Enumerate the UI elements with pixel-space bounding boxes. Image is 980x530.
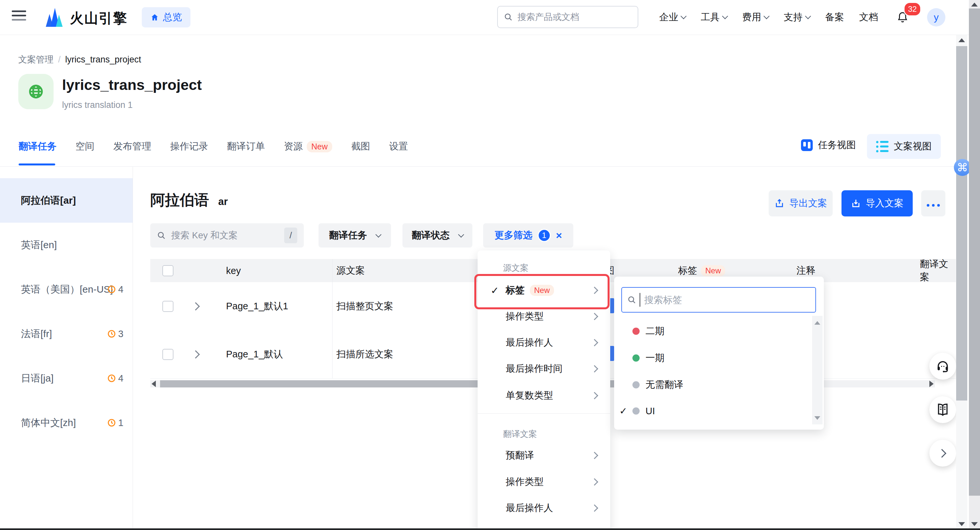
project-description: lyrics translation 1 xyxy=(62,100,133,110)
avatar[interactable]: y xyxy=(927,8,945,27)
tab-resources[interactable]: 资源New xyxy=(284,140,332,153)
more-filters-button[interactable]: 更多筛选 1 × xyxy=(483,223,573,247)
menu-item-last-operation-time[interactable]: 最后操作时间 xyxy=(477,358,610,379)
clear-filters-icon[interactable]: × xyxy=(556,230,562,242)
command-icon: ⌘ xyxy=(957,161,968,174)
home-icon xyxy=(150,13,159,22)
active-tab-underline xyxy=(19,163,55,166)
tab-screenshots[interactable]: 截图 xyxy=(351,140,370,153)
nav-docs[interactable]: 文档 xyxy=(852,11,886,24)
nav-icp[interactable]: 备案 xyxy=(818,11,852,24)
tag-option-ui[interactable]: ✓ UI xyxy=(614,399,803,422)
docs-button[interactable] xyxy=(929,396,956,423)
scrollbar-thumb[interactable] xyxy=(956,46,967,401)
expand-row-icon[interactable] xyxy=(191,350,200,358)
tab-release-management[interactable]: 发布管理 xyxy=(113,140,151,153)
sidebar-item-english[interactable]: 英语[en] xyxy=(0,223,133,267)
hamburger-menu-icon[interactable] xyxy=(12,10,26,24)
tag-color-dot xyxy=(632,354,640,362)
scroll-up-icon[interactable] xyxy=(971,3,978,6)
row-source-text: 扫描所选文案 xyxy=(336,330,393,378)
pending-count-badge: 4 xyxy=(107,373,124,384)
tag-search-box[interactable] xyxy=(621,287,816,313)
tag-color-dot xyxy=(632,327,640,335)
tab-settings[interactable]: 设置 xyxy=(389,140,408,153)
breadcrumb-parent[interactable]: 文案管理 xyxy=(18,54,54,65)
import-icon xyxy=(851,198,861,209)
scroll-down-icon[interactable] xyxy=(815,416,820,420)
volcano-engine-console: 火山引擎 总览 企业 工具 费用 支持 备案 文档 32 y 文案管理 / ly… xyxy=(0,0,980,530)
window-vertical-scrollbar[interactable] xyxy=(969,0,980,530)
product-search-box[interactable] xyxy=(497,6,638,28)
menu-item-operation-type[interactable]: 操作类型 xyxy=(477,306,610,327)
scrollbar-thumb[interactable] xyxy=(969,8,980,496)
key-search-input[interactable] xyxy=(170,230,270,241)
sidebar-item-japanese[interactable]: 日语[ja] 4 xyxy=(0,356,133,401)
header-nav: 企业 工具 费用 支持 备案 文档 xyxy=(652,0,886,35)
tag-option-phase1[interactable]: 一期 xyxy=(614,346,803,369)
task-view-button[interactable]: 任务视图 xyxy=(801,139,856,152)
filter-count-badge: 1 xyxy=(538,229,551,242)
nav-tools[interactable]: 工具 xyxy=(693,11,735,24)
chevron-right-icon xyxy=(591,339,598,346)
tag-option-phase2[interactable]: 二期 xyxy=(614,320,803,343)
nav-billing[interactable]: 费用 xyxy=(735,11,776,24)
scroll-up-icon[interactable] xyxy=(958,38,965,42)
tab-operation-log[interactable]: 操作记录 xyxy=(170,140,208,153)
copy-view-button[interactable]: 文案视图 xyxy=(867,134,941,159)
translation-status-filter[interactable]: 翻译状态 xyxy=(402,223,473,247)
translation-task-filter[interactable]: 翻译任务 xyxy=(318,223,391,247)
menu-item-operation-type-translation[interactable]: 操作类型 xyxy=(477,471,610,492)
sidebar-item-french[interactable]: 法语[fr] 3 xyxy=(0,311,133,356)
menu-item-last-operator[interactable]: 最后操作人 xyxy=(477,332,610,353)
collapse-panel-button[interactable] xyxy=(929,440,956,466)
expand-row-icon[interactable] xyxy=(191,302,200,310)
scroll-up-icon[interactable] xyxy=(815,321,820,325)
product-search-input[interactable] xyxy=(517,12,626,22)
key-search-box[interactable]: / xyxy=(150,223,304,247)
tab-translation-orders[interactable]: 翻译订单 xyxy=(227,140,265,153)
menu-item-pretranslation[interactable]: 预翻译 xyxy=(477,445,610,466)
sidebar-item-simplified-chinese[interactable]: 简体中文[zh] 1 xyxy=(0,401,133,445)
tab-spaces[interactable]: 空间 xyxy=(75,140,94,153)
text-cursor xyxy=(640,293,640,307)
tag-color-dot xyxy=(632,381,640,388)
tab-translation-tasks[interactable]: 翻译任务 xyxy=(19,140,57,153)
scroll-down-icon[interactable] xyxy=(958,522,965,526)
chevron-right-icon xyxy=(591,392,598,399)
scroll-right-icon[interactable] xyxy=(929,381,934,387)
brand-name[interactable]: 火山引擎 xyxy=(70,9,127,27)
more-actions-button[interactable] xyxy=(921,190,945,216)
menu-item-plural-type[interactable]: 单复数类型 xyxy=(477,385,610,406)
row-checkbox[interactable] xyxy=(162,301,173,312)
export-copy-button[interactable]: 导出文案 xyxy=(768,190,833,216)
tag-search-input[interactable] xyxy=(644,294,789,306)
top-nav: 火山引擎 总览 企业 工具 费用 支持 备案 文档 32 y xyxy=(0,0,980,35)
sidebar-item-arabic[interactable]: 阿拉伯语[ar] xyxy=(0,178,133,223)
sidebar-item-english-us[interactable]: 英语（美国）[en-US] 4 xyxy=(0,267,133,311)
content-vertical-scrollbar[interactable] xyxy=(956,35,967,530)
new-badge: New xyxy=(307,141,332,152)
scroll-left-icon[interactable] xyxy=(151,381,156,387)
clock-icon xyxy=(107,374,116,383)
import-copy-button[interactable]: 导入文案 xyxy=(842,190,913,216)
nav-support[interactable]: 支持 xyxy=(776,11,818,24)
support-button[interactable] xyxy=(929,353,956,380)
select-all-checkbox[interactable] xyxy=(162,265,173,276)
scroll-down-icon[interactable] xyxy=(971,522,978,526)
cmd-shortcut-badge[interactable]: ⌘ xyxy=(954,159,971,176)
chevron-down-icon xyxy=(764,13,769,19)
language-code: ar xyxy=(218,196,228,208)
volcano-logo-icon[interactable] xyxy=(44,6,65,28)
notification-count-badge: 32 xyxy=(904,2,921,16)
chevron-right-icon xyxy=(591,365,598,373)
overview-button[interactable]: 总览 xyxy=(142,7,191,27)
menu-item-last-operator-translation[interactable]: 最后操作人 xyxy=(477,498,610,519)
menu-item-tag[interactable]: ✓ 标签 New xyxy=(477,280,610,301)
project-icon xyxy=(18,74,54,109)
tag-option-no-translation[interactable]: 无需翻译 xyxy=(614,374,803,396)
row-checkbox[interactable] xyxy=(162,349,173,360)
nav-enterprise[interactable]: 企业 xyxy=(652,11,693,24)
popup-scrollbar[interactable] xyxy=(812,316,822,425)
row-key: Page_1_默认1 xyxy=(226,282,288,330)
